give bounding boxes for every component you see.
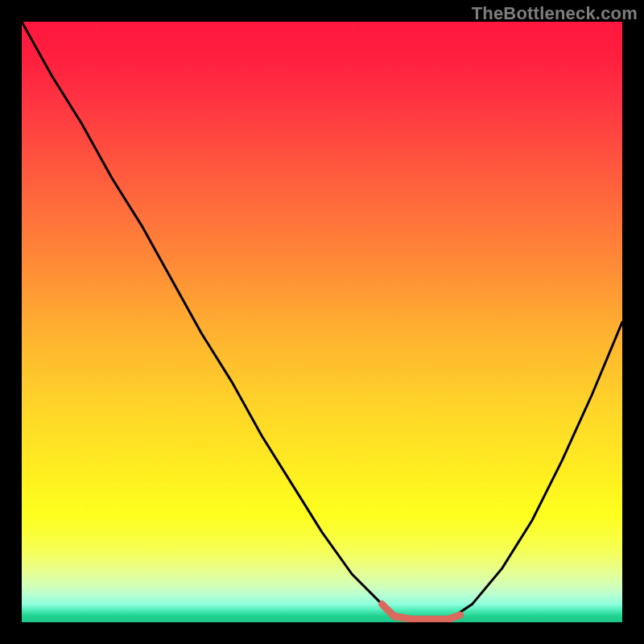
chart-plot-area [22, 22, 622, 622]
bottleneck-curve-line [22, 22, 622, 619]
chart-svg [22, 22, 622, 622]
watermark-text: TheBottleneck.com [472, 3, 638, 24]
optimal-flat-segment-line [382, 605, 460, 620]
chart-frame: TheBottleneck.com [0, 0, 644, 644]
